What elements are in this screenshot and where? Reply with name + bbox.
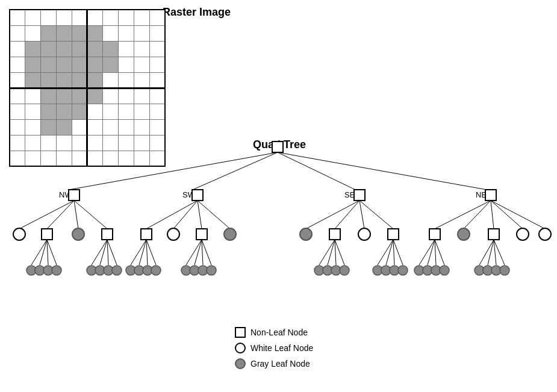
svg-line-61 [306, 201, 359, 229]
svg-point-44 [224, 228, 236, 240]
svg-point-60 [207, 266, 216, 275]
svg-rect-12 [485, 190, 496, 201]
svg-line-63 [359, 201, 364, 229]
nonleaf-label: Non-Leaf Node [250, 328, 308, 337]
svg-line-55 [202, 240, 203, 265]
svg-line-45 [131, 240, 146, 265]
svg-line-2 [193, 152, 278, 190]
svg-point-94 [539, 228, 551, 240]
svg-line-69 [319, 240, 335, 265]
svg-line-106 [494, 240, 505, 265]
svg-line-38 [173, 201, 198, 229]
gray-leaf-label: Gray Leaf Node [250, 359, 310, 369]
svg-point-91 [458, 228, 470, 240]
svg-point-42 [167, 228, 179, 240]
svg-line-64 [359, 201, 393, 229]
svg-point-67 [358, 228, 370, 240]
svg-rect-92 [488, 229, 499, 240]
svg-line-70 [328, 240, 335, 265]
svg-rect-20 [102, 229, 113, 240]
svg-line-105 [494, 240, 496, 265]
svg-line-13 [19, 201, 74, 229]
svg-rect-6 [69, 190, 79, 201]
svg-line-32 [107, 240, 117, 265]
legend-nonleaf: Non-Leaf Node [235, 327, 313, 338]
svg-line-14 [47, 201, 74, 229]
svg-line-1 [69, 152, 278, 190]
svg-line-3 [278, 152, 355, 190]
svg-point-65 [300, 228, 312, 240]
svg-line-31 [107, 240, 108, 265]
svg-line-24 [47, 240, 57, 265]
svg-line-96 [428, 240, 435, 265]
svg-rect-90 [429, 229, 440, 240]
svg-line-54 [194, 240, 202, 265]
svg-point-52 [151, 266, 161, 275]
svg-point-36 [112, 266, 122, 275]
svg-point-17 [13, 228, 25, 240]
svg-line-77 [378, 240, 393, 265]
svg-line-78 [386, 240, 393, 265]
svg-line-72 [335, 240, 344, 265]
svg-line-71 [335, 240, 336, 265]
svg-line-80 [393, 240, 403, 265]
svg-point-110 [500, 266, 509, 275]
svg-point-93 [517, 228, 529, 240]
raster-title: Raster Image [163, 6, 231, 19]
svg-rect-41 [141, 229, 152, 240]
svg-point-28 [52, 266, 61, 275]
svg-line-21 [31, 240, 47, 265]
svg-line-48 [146, 240, 156, 265]
svg-line-98 [435, 240, 444, 265]
svg-line-103 [479, 240, 494, 265]
svg-line-56 [202, 240, 211, 265]
svg-point-102 [440, 266, 449, 275]
svg-rect-10 [354, 190, 365, 201]
svg-point-76 [340, 266, 349, 275]
nonleaf-icon [235, 327, 246, 338]
gray-leaf-icon [235, 358, 246, 369]
legend-white-leaf: White Leaf Node [235, 343, 313, 353]
svg-point-84 [398, 266, 408, 275]
svg-line-104 [488, 240, 494, 265]
white-leaf-icon [235, 343, 246, 353]
svg-point-19 [72, 228, 84, 240]
svg-line-37 [146, 201, 198, 229]
svg-line-62 [335, 201, 359, 229]
svg-rect-18 [42, 229, 52, 240]
svg-rect-66 [329, 229, 340, 240]
white-leaf-label: White Leaf Node [250, 343, 313, 353]
svg-line-16 [74, 201, 107, 229]
svg-line-87 [491, 201, 494, 229]
svg-line-39 [198, 201, 202, 229]
svg-rect-43 [196, 229, 207, 240]
svg-line-97 [435, 240, 436, 265]
svg-line-15 [74, 201, 78, 229]
svg-line-53 [186, 240, 202, 265]
svg-line-29 [92, 240, 107, 265]
svg-line-47 [146, 240, 148, 265]
svg-line-46 [139, 240, 146, 265]
svg-line-86 [464, 201, 491, 229]
legend: Non-Leaf Node White Leaf Node Gray Leaf … [235, 327, 313, 374]
svg-line-30 [100, 240, 107, 265]
svg-line-22 [40, 240, 47, 265]
svg-line-23 [47, 240, 48, 265]
svg-line-85 [435, 201, 491, 229]
svg-rect-68 [388, 229, 399, 240]
svg-line-40 [198, 201, 230, 229]
legend-gray-leaf: Gray Leaf Node [235, 358, 313, 369]
svg-line-79 [393, 240, 394, 265]
svg-line-95 [419, 240, 435, 265]
svg-line-4 [278, 152, 487, 190]
svg-rect-8 [192, 190, 203, 201]
svg-rect-0 [272, 142, 283, 152]
